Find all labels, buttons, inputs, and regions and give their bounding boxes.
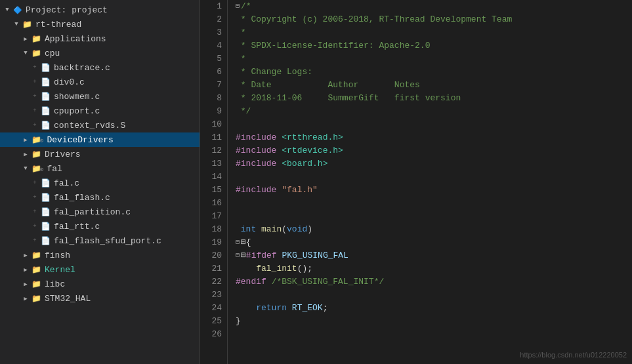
file-icon: 📁 [32, 294, 41, 304]
file-icon: 📄 [41, 178, 51, 188]
expand-icon: + [30, 79, 39, 85]
code-line: * 2018-11-06 SummerGift first version [236, 92, 632, 105]
code-line [236, 289, 632, 302]
expand-icon: ▶ [21, 266, 30, 273]
tree-label: backtrace.c [54, 63, 110, 73]
line-number: 3 [203, 26, 222, 39]
expand-icon: + [30, 108, 39, 114]
code-line: * [236, 26, 632, 39]
tree-item-fal_flash_sfud[interactable]: +📄fal_flash_sfud_port.c [0, 233, 200, 248]
code-line: * Change Logs: [236, 66, 632, 79]
tree-item-drivers[interactable]: ▶📁Drivers [0, 147, 200, 161]
tree-item-fal_rtt[interactable]: +📄fal_rtt.c [0, 219, 200, 233]
file-icon: 📄 [41, 193, 51, 203]
tree-label: Project: project [26, 5, 108, 15]
line-number: 20 [203, 249, 222, 262]
tree-label: div0.c [54, 77, 85, 87]
tree-item-fal_flash[interactable]: +📄fal_flash.c [0, 190, 200, 205]
code-line: ⊟/* [236, 0, 632, 13]
code-line [236, 118, 632, 131]
line-number: 21 [203, 262, 222, 275]
tree-item-cpu[interactable]: ▼📁cpu [0, 46, 200, 60]
tree-label: cpu [45, 49, 60, 58]
line-number: 4 [203, 39, 222, 52]
code-line: ⊟⊟#ifdef PKG_USING_FAL [236, 249, 632, 262]
expand-icon: + [30, 93, 39, 100]
file-icon: 📄 [41, 77, 51, 87]
file-icon: 📄 [41, 236, 51, 246]
expand-icon: ▼ [21, 50, 30, 56]
line-number: 6 [203, 66, 222, 79]
line-number: 10 [203, 118, 222, 131]
tree-item-fal[interactable]: ▼📁⚙fal [0, 161, 200, 176]
tree-item-backtrace[interactable]: +📄backtrace.c [0, 60, 200, 75]
tree-label: Applications [45, 34, 106, 44]
tree-item-fal_partition[interactable]: +📄fal_partition.c [0, 205, 200, 219]
expand-icon: + [30, 122, 39, 129]
tree-item-stm32_hal[interactable]: ▶📁STM32_HAL [0, 291, 200, 306]
code-lines: ⊟/* * Copyright (c) 2006-2018, RT-Thread… [228, 0, 632, 364]
tree-item-libc[interactable]: ▶📁libc [0, 277, 200, 291]
line-number: 2 [203, 13, 222, 26]
file-icon: 📄 [41, 92, 51, 102]
fold-icon[interactable]: ⊟ [236, 236, 240, 249]
tree-item-cpuport[interactable]: +📄cpuport.c [0, 104, 200, 118]
file-icon: 📁⚙ [32, 164, 43, 174]
file-icon: 📁 [32, 251, 41, 260]
expand-icon: + [30, 237, 39, 244]
code-line [236, 197, 632, 210]
code-line: * Copyright (c) 2006-2018, RT-Thread Dev… [236, 13, 632, 26]
file-icon: 📁 [32, 279, 41, 289]
tree-label: fal.c [54, 178, 79, 188]
tree-label: fal_flash.c [54, 193, 110, 203]
tree-label: fal_rtt.c [54, 222, 100, 232]
code-line: return RT_EOK; [236, 302, 632, 315]
file-icon: 📄 [41, 207, 51, 217]
code-line: * [236, 52, 632, 66]
tree-item-kernel[interactable]: ▶📁Kernel [0, 262, 200, 277]
file-icon: 📁⚙ [32, 135, 43, 145]
tree-label: STM32_HAL [45, 294, 91, 304]
tree-item-showmem[interactable]: +📄showmem.c [0, 89, 200, 104]
code-line: * Date Author Notes [236, 79, 632, 92]
line-number: 1 [203, 0, 222, 13]
expand-icon: + [30, 64, 39, 71]
tree-item-fal-c[interactable]: +📄fal.c [0, 176, 200, 190]
file-tree[interactable]: ▼🔷Project: project▼📁rt-thread▶📁Applicati… [0, 0, 200, 364]
code-line [236, 210, 632, 223]
file-icon: 📁 [32, 150, 41, 159]
fold-icon[interactable]: ⊟ [236, 0, 240, 13]
line-number: 8 [203, 92, 222, 105]
file-icon: 📄 [41, 222, 51, 232]
code-line: #include <board.h> [236, 157, 632, 171]
line-number: 25 [203, 315, 222, 328]
expand-icon: ▶ [21, 35, 30, 43]
tree-item-div0[interactable]: +📄div0.c [0, 75, 200, 89]
expand-icon: + [30, 194, 39, 201]
file-icon: 📁 [32, 265, 41, 275]
tree-item-devicedrivers[interactable]: ▶📁⚙DeviceDrivers [0, 132, 200, 147]
tree-item-finsh[interactable]: ▶📁finsh [0, 248, 200, 262]
line-number: 13 [203, 157, 222, 171]
expand-icon: + [30, 180, 39, 186]
expand-icon: + [30, 209, 39, 215]
tree-item-applications[interactable]: ▶📁Applications [0, 31, 200, 46]
expand-icon: ▶ [21, 295, 30, 302]
tree-item-rt-thread[interactable]: ▼📁rt-thread [0, 17, 200, 31]
line-number: 18 [203, 223, 222, 236]
tree-item-context_rvds[interactable]: +📄context_rvds.S [0, 118, 200, 132]
line-number: 16 [203, 197, 222, 210]
fold-icon[interactable]: ⊟ [236, 249, 240, 262]
expand-icon: ▼ [21, 165, 30, 172]
tree-label: libc [45, 279, 65, 289]
line-number: 15 [203, 184, 222, 197]
tree-label: DeviceDrivers [47, 135, 113, 145]
file-icon: 📁 [22, 20, 32, 30]
tree-item-project[interactable]: ▼🔷Project: project [0, 3, 200, 17]
line-number: 9 [203, 105, 222, 118]
tree-label: fal_flash_sfud_port.c [54, 236, 161, 246]
tree-label: context_rvds.S [54, 121, 125, 131]
file-icon: 📄 [41, 63, 51, 73]
file-icon: 📄 [41, 106, 51, 116]
tree-label: showmem.c [54, 92, 100, 102]
